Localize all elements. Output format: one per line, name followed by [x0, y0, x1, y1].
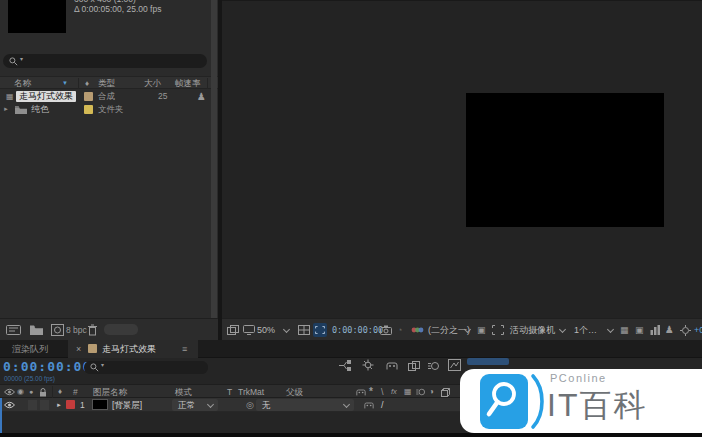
search-icon — [9, 57, 18, 66]
new-folder-icon[interactable] — [30, 325, 43, 335]
snapshot-camera-icon[interactable] — [380, 325, 392, 335]
parent-pickwhip-icon[interactable]: ◎ — [246, 398, 254, 412]
column-frame-rate[interactable]: 帧速率 — [175, 77, 201, 90]
folder-icon — [15, 106, 27, 114]
close-icon[interactable]: × — [76, 340, 81, 358]
layer-mode-dropdown[interactable]: 正常 — [172, 399, 218, 411]
3d-layer-switch-icon[interactable] — [441, 388, 450, 397]
column-name[interactable]: 名称 — [14, 77, 31, 90]
active-camera-dropdown[interactable]: 活动摄像机 — [510, 319, 555, 341]
last-snapshot-icon[interactable]: ◔ — [397, 319, 402, 341]
column-index[interactable]: # — [73, 385, 78, 399]
flowchart-icon[interactable]: ♟ — [197, 90, 206, 103]
region-of-interest-icon[interactable]: ▣ — [477, 319, 486, 341]
time-navigator-bar[interactable] — [467, 358, 509, 365]
graph-editor-icon[interactable] — [448, 359, 461, 371]
column-mode[interactable]: 模式 — [175, 385, 192, 399]
toggle-cell[interactable] — [40, 400, 49, 410]
adjustment-layer-switch-icon[interactable]: ◑ — [429, 385, 434, 399]
label-color-swatch[interactable] — [84, 105, 93, 114]
shy-switch-icon[interactable] — [356, 389, 366, 396]
layer-parent-value: 无 — [262, 399, 271, 411]
panel-menu-icon[interactable]: ≡ — [182, 340, 187, 358]
monitor-icon[interactable] — [243, 325, 255, 335]
project-item-row[interactable]: ▦ 走马灯式效果 合成 25 ♟ — [0, 90, 218, 103]
layer-index: 1 — [80, 398, 85, 412]
toggle-cell[interactable] — [28, 400, 37, 410]
layer-eye-toggle[interactable] — [4, 401, 15, 409]
column-t[interactable]: T — [227, 385, 232, 399]
project-preview-thumbnail — [8, 0, 66, 33]
exposure-value[interactable]: +0 — [694, 319, 702, 341]
frame-blend-switch-icon[interactable]: ▦ — [404, 385, 412, 399]
label-column-icon[interactable]: ♦ — [58, 385, 62, 399]
video-eye-icon[interactable] — [4, 388, 15, 396]
column-type[interactable]: 类型 — [98, 77, 115, 90]
frame-blend-icon[interactable] — [408, 361, 420, 371]
effects-switch-icon[interactable]: fx — [391, 385, 397, 399]
chevron-down-icon[interactable] — [283, 326, 290, 333]
show-channels-icon[interactable] — [411, 327, 424, 333]
chevron-down-icon — [343, 401, 350, 408]
project-item-row[interactable]: ► 纯色 文件夹 — [0, 103, 218, 116]
tab-composition-active[interactable]: × 走马灯式效果 ≡ — [68, 340, 198, 358]
pconline-logo-icon — [480, 373, 544, 430]
timeline-search-input[interactable]: ▾ — [84, 361, 208, 374]
draft-3d-icon[interactable] — [362, 359, 374, 371]
trash-icon[interactable] — [88, 324, 97, 336]
layer-parent-dropdown[interactable]: 无 — [256, 399, 354, 411]
transparency-grid-icon[interactable] — [492, 325, 504, 335]
label-column-icon[interactable]: ♦ — [85, 77, 89, 90]
composition-viewer-panel: 50% 0:00:00:00 ◔ (二分之一) ▣ 活动摄像机 — [222, 0, 702, 340]
chevron-down-icon[interactable] — [559, 326, 566, 333]
search-dropdown-icon[interactable]: ▾ — [101, 361, 104, 368]
column-size[interactable]: 大小 — [144, 77, 161, 90]
label-color-swatch[interactable] — [84, 92, 93, 101]
mask-visibility-toggle-active[interactable] — [313, 323, 327, 337]
new-composition-icon[interactable] — [51, 324, 64, 336]
layer-name[interactable]: [背景层] — [112, 398, 142, 412]
layer-expand-arrow[interactable]: ► — [56, 398, 62, 412]
layer-label-swatch[interactable] — [66, 400, 75, 409]
item-frame-rate: 25 — [158, 90, 167, 103]
collapse-switch-icon[interactable]: * — [369, 385, 373, 399]
motion-blur-switch-icon[interactable] — [416, 388, 426, 396]
chevron-down-icon[interactable] — [607, 326, 614, 333]
grid-guides-icon[interactable] — [298, 325, 310, 335]
viewer-timecode[interactable]: 0:00:00:00 — [332, 319, 383, 341]
search-dropdown-icon[interactable]: ▾ — [20, 55, 23, 62]
column-layer-name[interactable]: 图层名称 — [93, 385, 127, 399]
view-layout-dropdown[interactable]: 1个… — [574, 319, 597, 341]
always-preview-icon[interactable] — [227, 325, 239, 335]
fast-preview-icon[interactable]: ▣ — [635, 319, 644, 341]
column-parent[interactable]: 父级 — [286, 385, 303, 399]
sort-descending-icon[interactable]: ▼ — [62, 77, 68, 89]
reset-exposure-icon[interactable] — [680, 325, 691, 336]
bit-depth-button[interactable]: 8 bpc — [66, 319, 87, 341]
pixel-aspect-icon[interactable]: ▦ — [620, 319, 629, 341]
item-name[interactable]: 纯色 — [31, 103, 49, 116]
comp-flowchart-icon[interactable]: ♟ — [665, 319, 674, 341]
audio-icon[interactable]: ◉ — [17, 385, 24, 399]
project-scrollbar[interactable] — [211, 0, 217, 318]
quality-switch-icon[interactable]: \ — [381, 385, 384, 399]
expand-arrow-icon[interactable]: ► — [3, 103, 9, 116]
motion-blur-icon[interactable] — [428, 361, 440, 371]
layer-shy-toggle[interactable] — [364, 402, 374, 409]
interpret-footage-icon[interactable] — [6, 325, 21, 335]
shy-layers-icon[interactable] — [386, 362, 398, 370]
composition-canvas[interactable] — [466, 93, 664, 227]
column-trkmat[interactable]: TrkMat — [238, 385, 264, 399]
mini-flowchart-icon[interactable] — [338, 360, 352, 371]
lock-icon[interactable] — [39, 388, 47, 397]
project-flowchart-pill[interactable] — [104, 324, 138, 335]
project-search-input[interactable]: ▾ — [3, 54, 207, 68]
magnification-dropdown[interactable]: 50% — [257, 319, 275, 341]
tab-render-queue[interactable]: 渲染队列 — [12, 340, 48, 358]
preview-info-line2: Δ 0:00:05:00, 25.00 fps — [74, 3, 161, 16]
timeline-button-icon[interactable] — [650, 325, 661, 335]
solo-icon[interactable]: ● — [29, 385, 33, 399]
current-time-display[interactable]: 0:00:00:00 — [3, 359, 91, 374]
item-name-edit-box[interactable]: 走马灯式效果 — [16, 91, 76, 102]
layer-quality-toggle[interactable]: / — [381, 398, 384, 412]
